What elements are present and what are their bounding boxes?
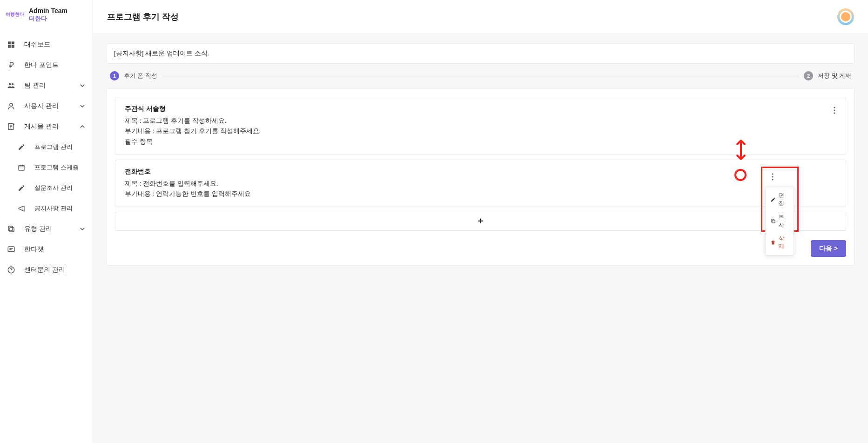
step-label-1: 후기 폼 작성: [124, 72, 157, 80]
step-badge-2: 2: [804, 71, 813, 81]
calendar-icon: [17, 163, 26, 172]
menu-item-label: 복사: [779, 213, 789, 229]
dots-vertical-icon: [834, 107, 835, 114]
menu-item-edit[interactable]: 편집: [766, 189, 794, 210]
svg-point-5: [12, 83, 14, 86]
question-required-line: 필수 항목: [125, 137, 833, 147]
stepper: 1 후기 폼 작성 2 저장 및 게재: [106, 64, 855, 88]
brand-title: Admin Team: [29, 7, 67, 15]
notice-text: [공지사항] 새로운 업데이트 소식.: [114, 50, 209, 57]
question-menu-button-active[interactable]: [772, 173, 774, 181]
nav-label: 한다챗: [24, 245, 86, 254]
svg-point-14: [834, 109, 835, 111]
nav-label: 프로그램 스케쥴: [34, 163, 86, 172]
svg-point-16: [772, 173, 773, 175]
sidebar-item-types[interactable]: 유형 관리: [0, 219, 93, 239]
top-bar: 프로그램 후기 작성: [93, 0, 868, 34]
step-label-2: 저장 및 게재: [818, 72, 851, 80]
chevron-down-icon: [79, 102, 86, 110]
context-menu: 편집 복사 삭제: [765, 187, 794, 255]
svg-rect-10: [8, 226, 13, 230]
svg-point-6: [10, 103, 13, 106]
step-badge-1: 1: [110, 71, 119, 81]
svg-rect-1: [12, 42, 14, 45]
form-card: 주관식 서술형 제목 : 프로그램 후기를 작성하세요. 부가내용 : 프로그램…: [106, 88, 855, 266]
pencil-icon: [17, 142, 26, 152]
menu-item-copy[interactable]: 복사: [766, 210, 794, 232]
sidebar-item-chat[interactable]: 한다챗: [0, 239, 93, 260]
brand-subtitle: 더한다: [29, 15, 67, 22]
nav-label: 게시물 관리: [24, 122, 70, 131]
content: [공지사항] 새로운 업데이트 소식. 1 후기 폼 작성 2 저장 및 게재 …: [93, 34, 868, 443]
menu-item-label: 삭제: [779, 235, 789, 250]
question-block[interactable]: 전화번호 제목 : 전화번호를 입력해주세요. 부가내용 : 연락가능한 번호를…: [115, 160, 846, 208]
next-button[interactable]: 다음 >: [811, 240, 846, 257]
menu-item-label: 편집: [779, 192, 789, 208]
question-menu-button[interactable]: [833, 105, 836, 116]
people-icon: [7, 81, 16, 90]
dashboard-icon: [7, 40, 16, 49]
pencil-icon: [17, 183, 26, 193]
sidebar: 여행한다 Admin Team 더한다 대쉬보드 한다 포인트: [0, 0, 93, 443]
nav-label: 팀 관리: [24, 81, 70, 90]
post-icon: [7, 122, 16, 131]
question-detail-line: 부가내용 : 연락가능한 번호를 입력해주세요: [125, 189, 836, 199]
question-title-line: 제목 : 전화번호를 입력해주세요.: [125, 179, 836, 189]
nav-label: 사용자 관리: [24, 102, 70, 110]
logo-icon: 여행한다: [6, 11, 24, 18]
ruble-icon: [7, 60, 16, 70]
svg-rect-0: [8, 42, 11, 45]
svg-point-13: [834, 107, 835, 108]
copies-icon: [7, 224, 16, 234]
sidebar-item-team[interactable]: 팀 관리: [0, 75, 93, 96]
pencil-icon: [770, 197, 776, 203]
question-type-label: 전화번호: [125, 168, 836, 176]
svg-rect-19: [772, 220, 775, 223]
nav-label: 대쉬보드: [24, 40, 86, 49]
page-title: 프로그램 후기 작성: [107, 11, 179, 22]
copy-icon: [770, 218, 776, 224]
main: 프로그램 후기 작성 [공지사항] 새로운 업데이트 소식. 1 후기 폼 작성…: [93, 0, 868, 443]
question-title-line: 제목 : 프로그램 후기를 작성하세요.: [125, 116, 833, 126]
dots-vertical-icon: [772, 173, 774, 181]
svg-rect-2: [8, 45, 11, 48]
chevron-down-icon: [79, 225, 86, 233]
chevron-down-icon: [79, 82, 86, 89]
help-icon: [7, 265, 16, 275]
question-type-label: 주관식 서술형: [125, 105, 833, 113]
add-question-button[interactable]: +: [115, 212, 846, 231]
sidebar-item-program-schedule[interactable]: 프로그램 스케쥴: [10, 157, 93, 178]
nav-label: 프로그램 관리: [34, 143, 86, 151]
sidebar-item-survey-manage[interactable]: 설문조사 관리: [10, 178, 93, 198]
sidebar-item-inquiries[interactable]: 센터문의 관리: [0, 260, 93, 280]
sidebar-header: 여행한다 Admin Team 더한다: [0, 0, 93, 29]
question-detail-line: 부가내용 : 프로그램 참가 후기를 작성해주세요.: [125, 126, 833, 136]
sidebar-item-points[interactable]: 한다 포인트: [0, 55, 93, 75]
nav-label: 설문조사 관리: [34, 184, 86, 192]
avatar[interactable]: [837, 8, 854, 25]
sidebar-item-dashboard[interactable]: 대쉬보드: [0, 34, 93, 55]
avatar-image: [840, 11, 852, 23]
step-line: [162, 76, 799, 76]
chat-icon: [7, 245, 16, 254]
notice-bar[interactable]: [공지사항] 새로운 업데이트 소식.: [106, 43, 855, 64]
nav-label: 공지사항 관리: [34, 204, 86, 213]
chevron-up-icon: [79, 123, 86, 130]
sidebar-item-program-manage[interactable]: 프로그램 관리: [10, 137, 93, 157]
megaphone-icon: [17, 204, 26, 213]
svg-rect-11: [8, 247, 14, 252]
question-block[interactable]: 주관식 서술형 제목 : 프로그램 후기를 작성하세요. 부가내용 : 프로그램…: [115, 97, 846, 155]
sidebar-item-notice-manage[interactable]: 공지사항 관리: [10, 198, 93, 219]
trash-icon: [770, 240, 776, 246]
svg-point-4: [9, 83, 11, 86]
sidebar-item-users[interactable]: 사용자 관리: [0, 96, 93, 116]
nav: 대쉬보드 한다 포인트 팀 관리: [0, 29, 93, 286]
nav-label: 한다 포인트: [24, 61, 86, 69]
nav-label: 센터문의 관리: [24, 266, 86, 274]
menu-item-delete[interactable]: 삭제: [766, 232, 794, 253]
plus-icon: +: [478, 216, 484, 226]
svg-rect-8: [19, 166, 24, 171]
sidebar-item-posts[interactable]: 게시물 관리: [0, 116, 93, 137]
svg-point-17: [772, 176, 773, 177]
svg-rect-3: [12, 45, 14, 48]
